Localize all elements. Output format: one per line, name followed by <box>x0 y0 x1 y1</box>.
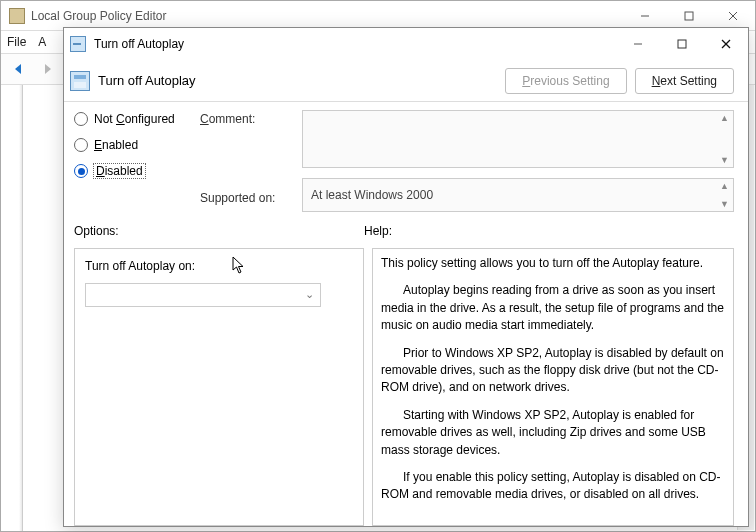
menu-action[interactable]: A <box>38 35 46 49</box>
radio-icon <box>74 112 88 126</box>
options-section-label: Options: <box>74 224 364 238</box>
dialog-titlebar[interactable]: Turn off Autoplay <box>64 28 748 60</box>
back-button[interactable] <box>7 57 31 81</box>
gpedit-title: Local Group Policy Editor <box>31 9 623 23</box>
dialog-minimize-button[interactable] <box>616 29 660 59</box>
radio-label: Disabled <box>94 164 145 178</box>
dialog-window-controls <box>616 29 748 59</box>
maximize-button[interactable] <box>667 1 711 31</box>
svg-rect-5 <box>678 40 686 48</box>
field-values: ▲ ▼ At least Windows 2000 ▲ ▼ <box>302 110 734 212</box>
radio-group: Not Configured Enabled Disabled <box>74 110 190 212</box>
scroll-down-icon[interactable]: ▼ <box>716 195 733 211</box>
gpedit-window-controls <box>623 1 755 31</box>
comment-scrollbar[interactable]: ▲ ▼ <box>716 111 733 167</box>
autoplay-target-select[interactable]: ⌄ <box>85 283 321 307</box>
radio-not-configured[interactable]: Not Configured <box>74 112 190 126</box>
dialog-app-icon <box>70 36 86 52</box>
radio-icon <box>74 138 88 152</box>
help-section-label: Help: <box>364 224 392 238</box>
radio-disabled[interactable]: Disabled <box>74 164 190 178</box>
field-labels: Comment: Supported on: <box>200 110 292 212</box>
dialog-close-button[interactable] <box>704 29 748 59</box>
help-text: Autoplay begins reading from a drive as … <box>381 282 725 334</box>
svg-rect-1 <box>685 12 693 20</box>
previous-setting-button[interactable]: Previous Setting <box>505 68 626 94</box>
comment-textarea[interactable]: ▲ ▼ <box>302 110 734 168</box>
help-text: This policy setting allows you to turn o… <box>381 255 725 272</box>
section-labels: Options: Help: <box>64 216 748 244</box>
dialog-header-row: Turn off Autoplay Previous Setting Next … <box>64 60 748 102</box>
help-text: Prior to Windows XP SP2, Autoplay is dis… <box>381 345 725 397</box>
scroll-up-icon[interactable]: ▲ <box>716 179 733 195</box>
radio-enabled[interactable]: Enabled <box>74 138 190 152</box>
gpedit-app-icon <box>9 8 25 24</box>
help-text: If you enable this policy setting, Autop… <box>381 469 725 504</box>
policy-icon <box>70 71 90 91</box>
menu-file[interactable]: File <box>7 35 26 49</box>
help-panel: This policy setting allows you to turn o… <box>372 248 734 526</box>
minimize-button[interactable] <box>623 1 667 31</box>
options-field-label: Turn off Autoplay on: <box>85 259 353 273</box>
supported-on-value: At least Windows 2000 <box>311 188 433 202</box>
forward-button[interactable] <box>35 57 59 81</box>
supported-on-field: At least Windows 2000 ▲ ▼ <box>302 178 734 212</box>
body-row: Turn off Autoplay on: ⌄ This policy sett… <box>64 244 748 526</box>
radio-label: Enabled <box>94 138 138 152</box>
dialog-title: Turn off Autoplay <box>94 37 616 51</box>
supported-scrollbar[interactable]: ▲ ▼ <box>716 179 733 211</box>
scroll-up-icon[interactable]: ▲ <box>716 111 733 139</box>
close-button[interactable] <box>711 1 755 31</box>
policy-name: Turn off Autoplay <box>98 73 497 88</box>
scroll-down-icon[interactable]: ▼ <box>716 139 733 167</box>
radio-label: Not Configured <box>94 112 175 126</box>
chevron-down-icon: ⌄ <box>305 288 314 301</box>
comment-label: Comment: <box>200 112 292 126</box>
policy-dialog: Turn off Autoplay Turn off Autoplay Prev… <box>63 27 749 527</box>
gpedit-tree-pane[interactable] <box>1 85 23 531</box>
next-setting-button[interactable]: Next Setting <box>635 68 734 94</box>
supported-label: Supported on: <box>200 191 292 205</box>
options-panel: Turn off Autoplay on: ⌄ <box>74 248 364 526</box>
radio-icon <box>74 164 88 178</box>
help-text: Starting with Windows XP SP2, Autoplay i… <box>381 407 725 459</box>
dialog-maximize-button[interactable] <box>660 29 704 59</box>
config-row: Not Configured Enabled Disabled Comment:… <box>64 102 748 216</box>
